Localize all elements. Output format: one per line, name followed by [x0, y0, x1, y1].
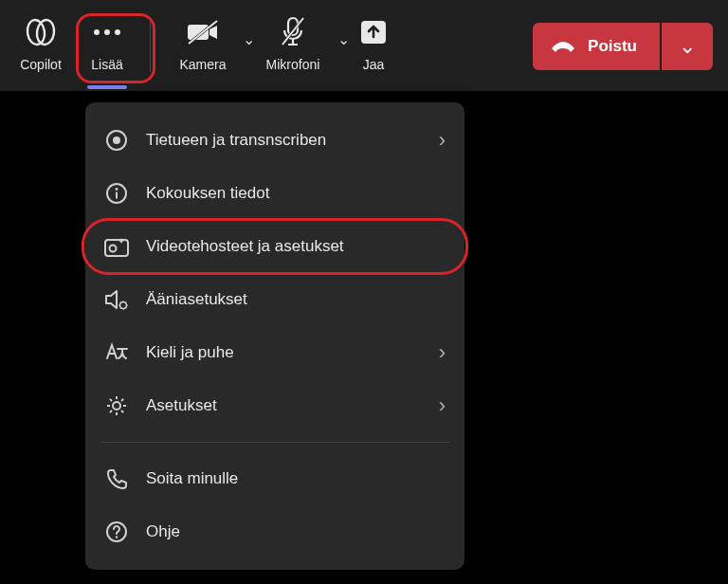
- menu-item-settings[interactable]: Asetukset ›: [85, 379, 464, 432]
- active-indicator: [87, 85, 127, 89]
- menu-label: Asetukset: [146, 396, 217, 415]
- speaker-settings-icon: [104, 287, 129, 312]
- camera-label: Kamera: [179, 57, 226, 72]
- chevron-right-icon: ›: [439, 340, 446, 365]
- meeting-toolbar: Copilot Lisää Kamera ⌄ Mikrofoni ⌄ Jaa: [0, 0, 728, 91]
- chevron-right-icon: ›: [439, 393, 446, 418]
- mic-button[interactable]: Mikrofoni ⌄: [246, 9, 340, 83]
- more-button[interactable]: Lisää: [74, 9, 140, 83]
- copilot-icon: [25, 13, 57, 51]
- copilot-button[interactable]: Copilot: [8, 9, 74, 83]
- mic-off-icon: [281, 13, 305, 51]
- menu-item-info[interactable]: Kokouksen tiedot: [85, 167, 464, 220]
- more-icon: [91, 13, 123, 51]
- svg-point-2: [94, 29, 100, 35]
- leave-group: Poistu ⌄: [533, 23, 713, 70]
- menu-label: Kokouksen tiedot: [146, 184, 269, 203]
- menu-item-help[interactable]: Ohje: [85, 505, 464, 558]
- share-button[interactable]: Jaa: [340, 9, 407, 83]
- chevron-down-icon: ⌄: [679, 34, 696, 59]
- svg-point-16: [110, 246, 117, 252]
- svg-point-18: [113, 402, 120, 410]
- menu-item-call-me[interactable]: Soita minulle: [85, 452, 464, 505]
- svg-point-17: [120, 302, 127, 309]
- more-label: Lisää: [91, 57, 122, 72]
- hangup-icon: [550, 39, 576, 54]
- menu-label: Soita minulle: [146, 469, 238, 488]
- svg-point-20: [116, 536, 118, 538]
- gear-icon: [104, 393, 129, 418]
- camera-button[interactable]: Kamera ⌄: [160, 9, 246, 83]
- menu-label: Tietueen ja transnscriben: [146, 131, 326, 150]
- svg-rect-14: [116, 192, 118, 199]
- menu-item-video-effects[interactable]: Videotehosteet ja asetukset: [85, 220, 464, 273]
- leave-label: Poistu: [588, 37, 637, 56]
- leave-options-button[interactable]: ⌄: [662, 23, 713, 70]
- menu-item-language[interactable]: Kieli ja puhe ›: [85, 326, 464, 379]
- menu-item-audio[interactable]: Ääniasetukset: [85, 273, 464, 326]
- info-icon: [104, 181, 129, 206]
- menu-label: Videotehosteet ja asetukset: [146, 237, 344, 256]
- record-icon: [104, 128, 129, 153]
- menu-label: Ohje: [146, 522, 180, 541]
- menu-divider: [100, 442, 449, 443]
- mic-label: Mikrofoni: [266, 57, 320, 72]
- svg-point-4: [115, 29, 120, 35]
- share-icon: [359, 13, 388, 51]
- menu-item-record[interactable]: Tietueen ja transnscriben ›: [85, 114, 464, 167]
- video-effects-icon: [104, 234, 129, 259]
- camera-off-icon: [187, 13, 219, 51]
- toolbar-divider: [150, 21, 151, 72]
- menu-label: Kieli ja puhe: [146, 343, 234, 362]
- share-label: Jaa: [363, 57, 385, 72]
- svg-point-11: [113, 137, 120, 144]
- more-dropdown: Tietueen ja transnscriben › Kokouksen ti…: [85, 102, 464, 570]
- chevron-right-icon: ›: [439, 128, 446, 153]
- phone-icon: [104, 466, 129, 491]
- leave-button[interactable]: Poistu: [533, 23, 660, 70]
- svg-point-3: [104, 29, 110, 35]
- copilot-label: Copilot: [20, 57, 62, 72]
- svg-point-13: [116, 188, 118, 191]
- help-icon: [104, 520, 129, 544]
- menu-label: Ääniasetukset: [146, 290, 247, 309]
- language-icon: [104, 340, 129, 365]
